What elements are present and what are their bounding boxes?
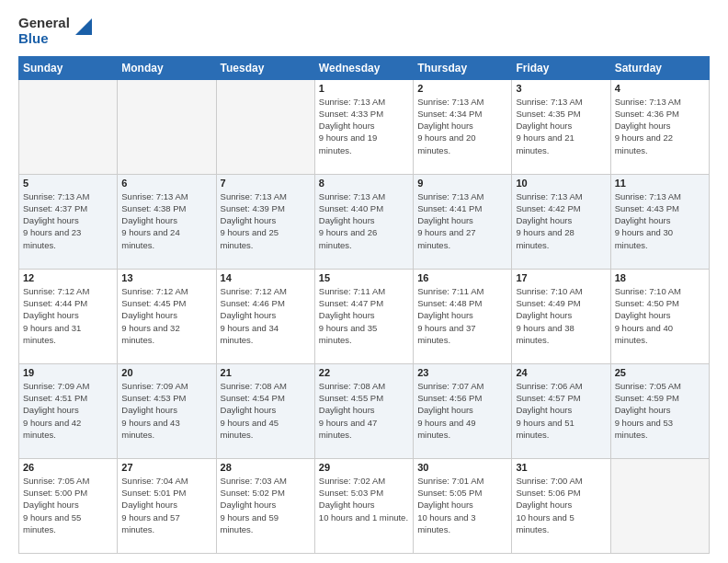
day-number: 23 xyxy=(417,367,507,378)
day-info: Sunrise: 7:13 AM Sunset: 4:39 PM Dayligh… xyxy=(221,190,311,251)
day-info: Sunrise: 7:08 AM Sunset: 4:55 PM Dayligh… xyxy=(319,380,409,441)
day-info: Sunrise: 7:05 AM Sunset: 5:00 PM Dayligh… xyxy=(23,475,113,535)
calendar-day-cell xyxy=(216,79,314,174)
logo: General Blue xyxy=(18,15,92,47)
calendar-day-cell: 29 Sunrise: 7:02 AM Sunset: 5:03 PM Dayl… xyxy=(314,458,413,553)
day-number: 26 xyxy=(23,462,113,473)
day-info: Sunrise: 7:13 AM Sunset: 4:43 PM Dayligh… xyxy=(615,190,705,251)
day-info: Sunrise: 7:05 AM Sunset: 4:59 PM Dayligh… xyxy=(615,380,705,441)
calendar-day-cell: 27 Sunrise: 7:04 AM Sunset: 5:01 PM Dayl… xyxy=(118,458,216,553)
day-number: 8 xyxy=(319,178,409,189)
day-number: 24 xyxy=(516,367,606,378)
calendar-day-cell: 4 Sunrise: 7:13 AM Sunset: 4:36 PM Dayli… xyxy=(610,79,709,174)
calendar-day-cell: 16 Sunrise: 7:11 AM Sunset: 4:48 PM Dayl… xyxy=(414,269,512,363)
calendar-day-cell: 3 Sunrise: 7:13 AM Sunset: 4:35 PM Dayli… xyxy=(512,79,610,174)
day-number: 28 xyxy=(221,462,311,473)
calendar-day-cell: 13 Sunrise: 7:12 AM Sunset: 4:45 PM Dayl… xyxy=(118,269,216,363)
day-info: Sunrise: 7:13 AM Sunset: 4:34 PM Dayligh… xyxy=(417,96,507,156)
calendar-day-cell: 21 Sunrise: 7:08 AM Sunset: 4:54 PM Dayl… xyxy=(216,363,314,458)
calendar-day-cell: 25 Sunrise: 7:05 AM Sunset: 4:59 PM Dayl… xyxy=(610,363,709,458)
day-number: 12 xyxy=(23,272,113,283)
calendar-day-cell: 6 Sunrise: 7:13 AM Sunset: 4:38 PM Dayli… xyxy=(118,174,216,269)
day-number: 9 xyxy=(417,178,507,189)
calendar-day-cell: 26 Sunrise: 7:05 AM Sunset: 5:00 PM Dayl… xyxy=(19,458,118,553)
day-number: 21 xyxy=(221,367,311,378)
calendar-day-cell: 1 Sunrise: 7:13 AM Sunset: 4:33 PM Dayli… xyxy=(314,79,413,174)
calendar-day-cell: 12 Sunrise: 7:12 AM Sunset: 4:44 PM Dayl… xyxy=(19,269,118,363)
day-info: Sunrise: 7:04 AM Sunset: 5:01 PM Dayligh… xyxy=(121,475,211,535)
calendar-day-cell: 31 Sunrise: 7:00 AM Sunset: 5:06 PM Dayl… xyxy=(512,458,610,553)
day-number: 14 xyxy=(221,272,311,283)
day-info: Sunrise: 7:12 AM Sunset: 4:44 PM Dayligh… xyxy=(23,285,113,346)
calendar-header-friday: Friday xyxy=(512,56,610,79)
calendar-week-row: 12 Sunrise: 7:12 AM Sunset: 4:44 PM Dayl… xyxy=(19,269,710,363)
day-number: 10 xyxy=(516,178,606,189)
day-info: Sunrise: 7:13 AM Sunset: 4:38 PM Dayligh… xyxy=(121,190,211,251)
calendar-header-wednesday: Wednesday xyxy=(314,56,413,79)
calendar-day-cell: 30 Sunrise: 7:01 AM Sunset: 5:05 PM Dayl… xyxy=(414,458,512,553)
day-number: 27 xyxy=(121,462,211,473)
calendar-day-cell xyxy=(118,79,216,174)
calendar-table: SundayMondayTuesdayWednesdayThursdayFrid… xyxy=(18,56,710,555)
svg-marker-0 xyxy=(75,18,92,35)
calendar-header-thursday: Thursday xyxy=(414,56,512,79)
day-number: 16 xyxy=(417,272,507,283)
day-number: 19 xyxy=(23,367,113,378)
calendar-week-row: 19 Sunrise: 7:09 AM Sunset: 4:51 PM Dayl… xyxy=(19,363,710,458)
day-info: Sunrise: 7:08 AM Sunset: 4:54 PM Dayligh… xyxy=(221,380,311,441)
day-info: Sunrise: 7:02 AM Sunset: 5:03 PM Dayligh… xyxy=(319,475,409,523)
calendar-week-row: 26 Sunrise: 7:05 AM Sunset: 5:00 PM Dayl… xyxy=(19,458,710,553)
logo-blue: Blue xyxy=(18,30,70,46)
calendar-day-cell: 28 Sunrise: 7:03 AM Sunset: 5:02 PM Dayl… xyxy=(216,458,314,553)
calendar-day-cell: 20 Sunrise: 7:09 AM Sunset: 4:53 PM Dayl… xyxy=(118,363,216,458)
day-info: Sunrise: 7:00 AM Sunset: 5:06 PM Dayligh… xyxy=(516,475,606,535)
day-info: Sunrise: 7:13 AM Sunset: 4:41 PM Dayligh… xyxy=(417,190,507,251)
day-number: 7 xyxy=(221,178,311,189)
calendar-day-cell: 14 Sunrise: 7:12 AM Sunset: 4:46 PM Dayl… xyxy=(216,269,314,363)
day-info: Sunrise: 7:09 AM Sunset: 4:51 PM Dayligh… xyxy=(23,380,113,441)
calendar-day-cell xyxy=(610,458,709,553)
day-number: 29 xyxy=(319,462,409,473)
day-info: Sunrise: 7:03 AM Sunset: 5:02 PM Dayligh… xyxy=(221,475,311,535)
day-number: 18 xyxy=(615,272,705,283)
day-info: Sunrise: 7:10 AM Sunset: 4:50 PM Dayligh… xyxy=(615,285,705,346)
day-info: Sunrise: 7:09 AM Sunset: 4:53 PM Dayligh… xyxy=(121,380,211,441)
calendar-day-cell: 23 Sunrise: 7:07 AM Sunset: 4:56 PM Dayl… xyxy=(414,363,512,458)
day-info: Sunrise: 7:01 AM Sunset: 5:05 PM Dayligh… xyxy=(417,475,507,535)
page: General Blue SundayMondayTuesdayWednesda… xyxy=(0,0,728,563)
calendar-day-cell: 9 Sunrise: 7:13 AM Sunset: 4:41 PM Dayli… xyxy=(414,174,512,269)
calendar-day-cell: 15 Sunrise: 7:11 AM Sunset: 4:47 PM Dayl… xyxy=(314,269,413,363)
calendar-day-cell: 19 Sunrise: 7:09 AM Sunset: 4:51 PM Dayl… xyxy=(19,363,118,458)
day-number: 17 xyxy=(516,272,606,283)
day-info: Sunrise: 7:12 AM Sunset: 4:45 PM Dayligh… xyxy=(121,285,211,346)
calendar-day-cell: 24 Sunrise: 7:06 AM Sunset: 4:57 PM Dayl… xyxy=(512,363,610,458)
calendar-day-cell: 8 Sunrise: 7:13 AM Sunset: 4:40 PM Dayli… xyxy=(314,174,413,269)
header: General Blue xyxy=(18,15,710,47)
day-info: Sunrise: 7:12 AM Sunset: 4:46 PM Dayligh… xyxy=(221,285,311,346)
day-info: Sunrise: 7:10 AM Sunset: 4:49 PM Dayligh… xyxy=(516,285,606,346)
calendar-header-row: SundayMondayTuesdayWednesdayThursdayFrid… xyxy=(19,56,710,79)
calendar-day-cell: 11 Sunrise: 7:13 AM Sunset: 4:43 PM Dayl… xyxy=(610,174,709,269)
day-info: Sunrise: 7:13 AM Sunset: 4:40 PM Dayligh… xyxy=(319,190,409,251)
day-info: Sunrise: 7:13 AM Sunset: 4:37 PM Dayligh… xyxy=(23,190,113,251)
calendar-header-monday: Monday xyxy=(118,56,216,79)
logo-triangle-icon xyxy=(72,18,92,39)
day-number: 4 xyxy=(615,83,705,94)
day-number: 3 xyxy=(516,83,606,94)
calendar-day-cell: 5 Sunrise: 7:13 AM Sunset: 4:37 PM Dayli… xyxy=(19,174,118,269)
day-number: 22 xyxy=(319,367,409,378)
day-info: Sunrise: 7:07 AM Sunset: 4:56 PM Dayligh… xyxy=(417,380,507,441)
day-number: 1 xyxy=(319,83,409,94)
calendar-day-cell: 10 Sunrise: 7:13 AM Sunset: 4:42 PM Dayl… xyxy=(512,174,610,269)
day-info: Sunrise: 7:13 AM Sunset: 4:35 PM Dayligh… xyxy=(516,96,606,156)
calendar-header-sunday: Sunday xyxy=(19,56,118,79)
day-info: Sunrise: 7:13 AM Sunset: 4:36 PM Dayligh… xyxy=(615,96,705,156)
calendar-day-cell: 2 Sunrise: 7:13 AM Sunset: 4:34 PM Dayli… xyxy=(414,79,512,174)
day-info: Sunrise: 7:13 AM Sunset: 4:42 PM Dayligh… xyxy=(516,190,606,251)
day-info: Sunrise: 7:06 AM Sunset: 4:57 PM Dayligh… xyxy=(516,380,606,441)
calendar-day-cell: 17 Sunrise: 7:10 AM Sunset: 4:49 PM Dayl… xyxy=(512,269,610,363)
calendar-header-tuesday: Tuesday xyxy=(216,56,314,79)
day-number: 2 xyxy=(417,83,507,94)
calendar-day-cell: 22 Sunrise: 7:08 AM Sunset: 4:55 PM Dayl… xyxy=(314,363,413,458)
day-number: 5 xyxy=(23,178,113,189)
